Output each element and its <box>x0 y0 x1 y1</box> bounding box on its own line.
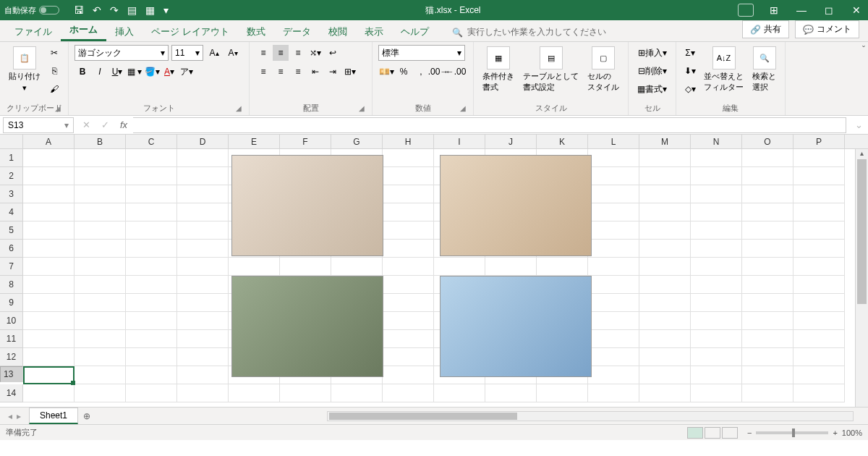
cell[interactable] <box>691 348 742 366</box>
cell[interactable] <box>23 348 75 366</box>
row-header[interactable]: 12 <box>0 348 23 366</box>
cell[interactable] <box>383 203 434 221</box>
cell[interactable] <box>383 366 434 384</box>
cell[interactable] <box>75 221 126 240</box>
cell[interactable] <box>23 312 75 330</box>
align-right-icon[interactable]: ≡ <box>290 64 306 80</box>
add-sheet-button[interactable]: ⊕ <box>78 411 95 421</box>
column-header[interactable]: M <box>639 135 691 148</box>
column-header[interactable]: L <box>588 135 639 148</box>
increase-font-icon[interactable]: A▴ <box>206 45 222 61</box>
column-header[interactable]: A <box>23 135 75 148</box>
cell[interactable] <box>126 258 177 276</box>
cell[interactable] <box>588 312 639 330</box>
cell[interactable] <box>588 330 639 348</box>
cell[interactable] <box>75 258 126 276</box>
embedded-image[interactable] <box>231 276 383 377</box>
cell[interactable] <box>75 312 126 330</box>
dialog-launcher-icon[interactable]: ◢ <box>236 104 242 112</box>
insert-function-icon[interactable]: fx <box>114 119 133 130</box>
row-header[interactable]: 2 <box>0 167 23 185</box>
share-button[interactable]: 🔗共有 <box>742 20 789 38</box>
cell[interactable] <box>793 258 845 276</box>
cell[interactable] <box>742 185 793 203</box>
merge-cells-icon[interactable]: ⊞▾ <box>342 64 358 80</box>
cell[interactable] <box>742 221 793 240</box>
cell[interactable] <box>126 294 177 312</box>
cell[interactable] <box>588 167 639 185</box>
cell[interactable] <box>23 294 75 312</box>
embedded-image[interactable] <box>440 276 592 377</box>
cell[interactable] <box>75 276 126 294</box>
column-header[interactable]: N <box>691 135 742 148</box>
cell[interactable] <box>280 258 331 276</box>
column-header[interactable]: O <box>742 135 793 148</box>
clear-icon[interactable]: ◇▾ <box>682 81 698 97</box>
cell[interactable] <box>639 366 691 384</box>
decrease-indent-icon[interactable]: ⇤ <box>307 64 323 80</box>
cell[interactable] <box>75 348 126 366</box>
cell[interactable] <box>177 276 229 294</box>
cell[interactable] <box>75 384 126 402</box>
cell[interactable] <box>126 366 177 384</box>
align-bottom-icon[interactable]: ≡ <box>290 45 306 61</box>
cell[interactable] <box>75 366 126 384</box>
autosum-icon[interactable]: Σ▾ <box>682 45 698 61</box>
wrap-text-icon[interactable]: ↩ <box>325 45 341 61</box>
cell[interactable] <box>588 203 639 221</box>
cell[interactable] <box>537 258 588 276</box>
dialog-launcher-icon[interactable]: ◢ <box>359 104 365 112</box>
cell[interactable] <box>383 258 434 276</box>
cell[interactable] <box>126 312 177 330</box>
cell[interactable] <box>793 348 845 366</box>
cell[interactable] <box>485 258 537 276</box>
cell[interactable] <box>639 276 691 294</box>
zoom-in-icon[interactable]: + <box>833 428 837 437</box>
zoom-slider[interactable] <box>756 431 828 434</box>
tab-view[interactable]: 表示 <box>356 21 392 41</box>
cell[interactable] <box>383 330 434 348</box>
cell[interactable] <box>177 185 229 203</box>
sheet-nav[interactable]: ◂▸ <box>0 411 29 421</box>
cell[interactable] <box>383 240 434 258</box>
minimize-icon[interactable]: — <box>794 4 809 16</box>
cell[interactable] <box>23 149 75 167</box>
cell[interactable] <box>639 221 691 240</box>
cell[interactable] <box>588 258 639 276</box>
number-format-select[interactable]: 標準▾ <box>378 45 465 61</box>
zoom-level[interactable]: 100% <box>842 428 862 437</box>
cell[interactable] <box>742 384 793 402</box>
insert-cells-button[interactable]: ⊞ 挿入 ▾ <box>634 45 670 61</box>
cell[interactable] <box>691 276 742 294</box>
cell[interactable] <box>126 221 177 240</box>
embedded-image[interactable] <box>440 155 592 256</box>
cell[interactable] <box>331 384 383 402</box>
cell[interactable] <box>742 312 793 330</box>
cell[interactable] <box>177 221 229 240</box>
cell[interactable] <box>75 167 126 185</box>
cell[interactable] <box>639 312 691 330</box>
row-header[interactable]: 6 <box>0 240 23 258</box>
tab-insert[interactable]: 挿入 <box>106 21 142 41</box>
worksheet-grid[interactable]: ABCDEFGHIJKLMNOP 1234567891011121314 ▴ <box>0 135 868 407</box>
row-header[interactable]: 4 <box>0 203 23 221</box>
cell[interactable] <box>742 330 793 348</box>
name-box[interactable]: S13▾ <box>3 117 74 133</box>
cell[interactable] <box>639 258 691 276</box>
tab-help[interactable]: ヘルプ <box>392 21 438 41</box>
qat-item-icon[interactable]: ▤ <box>127 4 137 16</box>
cell[interactable] <box>280 384 331 402</box>
cell[interactable] <box>742 149 793 167</box>
paste-button[interactable]: 📋 貼り付け ▾ <box>6 45 43 94</box>
cell[interactable] <box>177 258 229 276</box>
cell[interactable] <box>383 294 434 312</box>
cell[interactable] <box>126 185 177 203</box>
maximize-icon[interactable]: ◻ <box>822 4 836 16</box>
cell[interactable] <box>383 384 434 402</box>
column-header[interactable]: B <box>75 135 126 148</box>
dialog-launcher-icon[interactable]: ◢ <box>55 104 61 112</box>
cell[interactable] <box>793 185 845 203</box>
cell[interactable] <box>639 167 691 185</box>
embedded-image[interactable] <box>231 155 383 256</box>
cell[interactable] <box>177 384 229 402</box>
